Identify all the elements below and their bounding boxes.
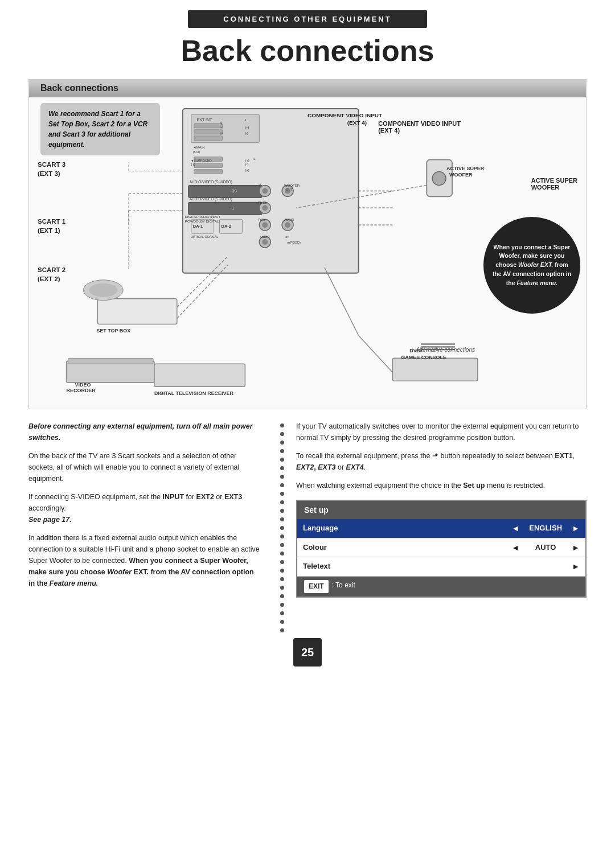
- separator-dot: [280, 423, 284, 427]
- setup-row-colour: Colour ◄ AUTO ►: [297, 538, 585, 557]
- svg-text:DIGITAL TELEVISION RECEIVER: DIGITAL TELEVISION RECEIVER: [154, 390, 233, 396]
- separator-dot: [280, 509, 284, 513]
- svg-text:(8 Ω): (8 Ω): [193, 150, 200, 154]
- left-para-1: Before connecting any external equipment…: [28, 421, 262, 443]
- svg-text:→3S: →3S: [228, 189, 237, 193]
- setup-row-teletext: Teletext ►: [297, 557, 585, 576]
- svg-point-43: [262, 239, 268, 245]
- svg-text:EXT    INT: EXT INT: [197, 118, 212, 122]
- svg-text:8 Ω: 8 Ω: [191, 163, 195, 166]
- colour-controls: ◄ AUTO ►: [511, 541, 580, 554]
- teletext-controls: ►: [572, 560, 580, 573]
- language-controls: ◄ ENGLISH ►: [511, 522, 580, 534]
- lang-arrow-left[interactable]: ◄: [511, 522, 519, 534]
- separator-dot: [280, 517, 284, 521]
- svg-text:(-): (-): [220, 131, 223, 135]
- woofer-italic: Woofer: [107, 568, 132, 576]
- separator-dot: [280, 586, 284, 590]
- svg-rect-80: [392, 358, 477, 381]
- svg-rect-68: [97, 299, 177, 324]
- svg-rect-73: [68, 358, 153, 364]
- svg-text:GAMES CONSOLE: GAMES CONSOLE: [401, 355, 446, 360]
- svg-text:(+): (+): [220, 126, 224, 129]
- ext3-bold: EXT3: [224, 493, 242, 501]
- separator-dot: [280, 458, 284, 462]
- svg-text:ACTIVE SUPER: ACTIVE SUPER: [446, 166, 485, 171]
- separator-dot: [280, 449, 284, 453]
- colour-arrow-right[interactable]: ►: [572, 541, 580, 554]
- svg-point-37: [262, 188, 268, 194]
- svg-rect-78: [154, 364, 245, 386]
- lang-arrow-right[interactable]: ►: [572, 522, 580, 534]
- lang-value: ENGLISH: [523, 523, 568, 534]
- setup-menu-title: Set up: [297, 501, 585, 519]
- input-bold: INPUT: [163, 493, 184, 501]
- colour-label: Colour: [303, 542, 511, 554]
- separator-dot: [280, 500, 284, 504]
- see-page: See page 17.: [28, 516, 72, 524]
- svg-rect-24: [188, 202, 263, 215]
- svg-rect-4: [194, 130, 223, 134]
- diagram-section: Back connections We recommend Scart 1 fo…: [28, 79, 587, 409]
- svg-text:DIGITAL AUDIO INPUT: DIGITAL AUDIO INPUT: [185, 215, 221, 219]
- separator-dot: [280, 611, 284, 615]
- svg-text:AUDIO/VIDEO  (S-VIDEO): AUDIO/VIDEO (S-VIDEO): [190, 197, 232, 201]
- separator-dot: [280, 483, 284, 487]
- separator-dot: [280, 569, 284, 573]
- svg-point-41: [262, 222, 268, 228]
- exit-key-badge[interactable]: EXIT: [304, 580, 329, 593]
- teletext-arrow-right[interactable]: ►: [572, 560, 580, 573]
- svg-text:RECORDER: RECORDER: [67, 388, 96, 393]
- svg-text:PCM/DOLBY DIGITAL: PCM/DOLBY DIGITAL: [185, 220, 219, 223]
- svg-text:(+): (+): [245, 159, 249, 162]
- feature-menu: Feature menu.: [50, 579, 98, 587]
- svg-text:AUDIO/VIDEO  (S-VIDEO): AUDIO/VIDEO (S-VIDEO): [190, 180, 232, 184]
- setup-exit-row: EXIT : To exit: [297, 577, 585, 597]
- diagram-title-bar: Back connections: [29, 80, 586, 97]
- page-number: 25: [293, 638, 322, 667]
- svg-text:AUDIO: AUDIO: [284, 218, 294, 221]
- separator-dot: [280, 603, 284, 607]
- right-para-3: When watching external equipment the cho…: [296, 480, 587, 491]
- svg-text:⊕(FIXED): ⊕(FIXED): [287, 241, 301, 244]
- svg-rect-5: [194, 136, 223, 141]
- svg-text:(-): (-): [245, 163, 248, 166]
- woofer-bold-1: When you connect a Super Woofer, make su…: [28, 557, 254, 587]
- svg-text:(+): (+): [245, 168, 249, 172]
- separator-dot: [280, 492, 284, 496]
- exit-description: : To exit: [332, 580, 355, 593]
- svg-text:OUT: OUT: [286, 188, 293, 191]
- page-title: Back connections: [0, 34, 615, 68]
- separator-dot: [280, 577, 284, 581]
- svg-line-84: [325, 268, 359, 336]
- svg-text:DVD/: DVD/: [409, 348, 422, 353]
- svg-text:WOOFER: WOOFER: [449, 172, 473, 178]
- separator-dot: [280, 475, 284, 479]
- svg-line-83: [359, 335, 393, 372]
- separator-dot: [280, 560, 284, 564]
- ext4-bold: EXT4: [346, 463, 364, 471]
- svg-point-39: [262, 205, 268, 211]
- svg-text:SET TOP BOX: SET TOP BOX: [96, 328, 130, 334]
- right-text-column: If your TV automatically switches over t…: [290, 421, 587, 632]
- left-para-3: If connecting S-VIDEO equipment, set the…: [28, 491, 262, 525]
- svg-point-70: [89, 283, 117, 297]
- dot-separator: [273, 421, 290, 632]
- svg-text:OPTICAL   COAXIAL: OPTICAL COAXIAL: [191, 235, 218, 238]
- recommendation-text: We recommend Scart 1 for a Set Top Box, …: [48, 110, 147, 149]
- svg-text:DA-1: DA-1: [193, 224, 203, 229]
- left-para-4: In addition there is a fixed external au…: [28, 532, 262, 589]
- para1-italic: Before connecting any external equipment…: [28, 422, 253, 442]
- svg-text:VIDEO: VIDEO: [75, 382, 91, 388]
- colour-arrow-left[interactable]: ◄: [511, 541, 519, 554]
- svg-text:AUDIO: AUDIO: [260, 235, 269, 238]
- ext1-bold: EXT1: [555, 452, 572, 460]
- separator-dot: [280, 432, 284, 436]
- setup-row-language[interactable]: Language ◄ ENGLISH ►: [297, 519, 585, 538]
- teletext-label: Teletext: [303, 561, 572, 573]
- svg-rect-15: [194, 163, 223, 168]
- separator-dot: [280, 628, 284, 632]
- separator-dot: [280, 466, 284, 470]
- svg-text:DA-2: DA-2: [222, 224, 231, 229]
- separator-dot: [280, 441, 284, 445]
